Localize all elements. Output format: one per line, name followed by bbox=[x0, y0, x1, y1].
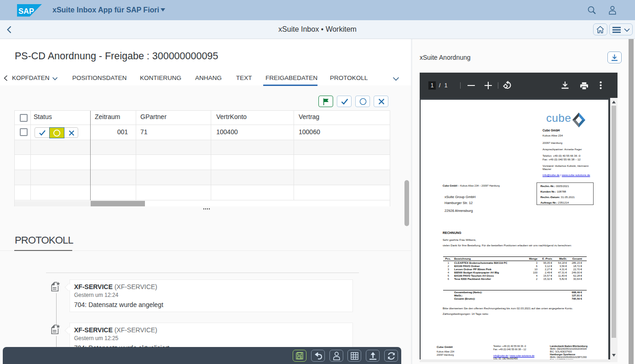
svg-text:SAP: SAP bbox=[18, 7, 34, 15]
